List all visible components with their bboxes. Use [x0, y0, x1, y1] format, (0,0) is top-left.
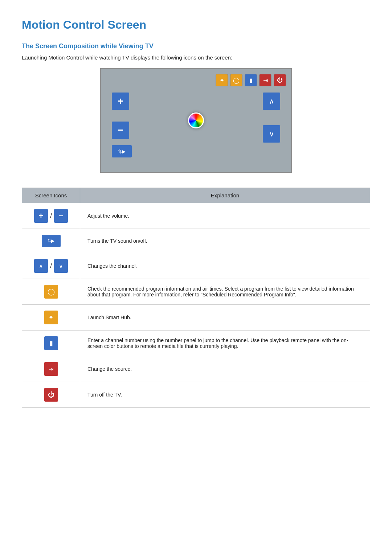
explanation-cell-channel: Changes the channel.	[80, 253, 370, 279]
table-row: ⇅▶ Turns the TV sound on/off.	[22, 229, 370, 253]
table-row: ⇥ Change the source.	[22, 356, 370, 382]
ch-down-icon-tv: ∨	[263, 125, 280, 143]
icon-cell-vol: + / −	[22, 203, 80, 229]
mute-icon-tv: ⇅▶	[112, 145, 132, 157]
icon-cell-source: ⇥	[22, 356, 80, 382]
icon-cell-power: ⏻	[22, 382, 80, 408]
table-row: ▮ Enter a channel number using the numbe…	[22, 331, 370, 356]
mute-icon: ⇅▶	[42, 235, 61, 247]
section-heading: The Screen Composition while Viewing TV	[22, 42, 370, 50]
intro-text: Launching Motion Control while watching …	[22, 54, 370, 61]
vol-plus-icon: +	[34, 209, 48, 223]
vol-minus-icon: −	[54, 209, 68, 223]
table-row: + / − Adjust the volume.	[22, 203, 370, 229]
table-header-row: Screen Icons Explanation	[22, 188, 370, 203]
smarthub-icon-tv: ✦	[216, 74, 228, 86]
explanation-cell-keypad: Enter a channel number using the number …	[80, 331, 370, 356]
table-row: ✦ Launch Smart Hub.	[22, 305, 370, 331]
icon-cell-channel: ∧ / ∨	[22, 253, 80, 279]
table-row: ◯ Check the recommended program informat…	[22, 279, 370, 305]
keypad-icon-tv: ▮	[245, 74, 257, 86]
table-row: ∧ / ∨ Changes the channel.	[22, 253, 370, 279]
smarthub-icon: ✦	[44, 311, 58, 324]
explanation-cell-smarthub: Launch Smart Hub.	[80, 305, 370, 331]
tv-top-icons: ✦ ◯ ▮ ⇥ ⏻	[216, 74, 286, 86]
ch-up-icon: ∧	[34, 259, 48, 273]
tv-screen-mockup: ✦ ◯ ▮ ⇥ ⏻ + − ⇅▶ ∧ ∨	[100, 68, 292, 173]
ch-down-icon: ∨	[54, 259, 68, 273]
explanation-cell-mute: Turns the TV sound on/off.	[80, 229, 370, 253]
table-row: ⏻ Turn off the TV.	[22, 382, 370, 408]
col-header-icons: Screen Icons	[22, 188, 80, 203]
page-title: Motion Control Screen	[22, 18, 370, 32]
source-icon-tv: ⇥	[259, 74, 271, 86]
power-icon: ⏻	[44, 388, 58, 402]
vol-plus-icon-tv: +	[112, 93, 129, 110]
explanation-cell-recommended: Check the recommended program informatio…	[80, 279, 370, 305]
explanation-cell-power: Turn off the TV.	[80, 382, 370, 408]
icon-cell-smarthub: ✦	[22, 305, 80, 331]
separator: /	[50, 212, 52, 220]
recommended-icon-tv: ◯	[230, 74, 242, 86]
explanation-cell-vol: Adjust the volume.	[80, 203, 370, 229]
icon-cell-recommended: ◯	[22, 279, 80, 305]
ch-up-icon-tv: ∧	[263, 93, 280, 110]
icon-cell-keypad: ▮	[22, 331, 80, 356]
channel-icons: ∧ / ∨	[34, 259, 68, 273]
vol-minus-icon-tv: −	[112, 122, 129, 139]
motion-cursor	[188, 112, 204, 128]
icon-cell-mute: ⇅▶	[22, 229, 80, 253]
vol-icons: + / −	[34, 209, 68, 223]
icons-table: Screen Icons Explanation + / − Adjust th…	[22, 188, 370, 408]
separator: /	[50, 262, 52, 270]
power-icon-tv: ⏻	[274, 74, 286, 86]
recommended-icon: ◯	[44, 285, 58, 299]
explanation-cell-source: Change the source.	[80, 356, 370, 382]
keypad-icon: ▮	[44, 336, 58, 350]
col-header-explanation: Explanation	[80, 188, 370, 203]
source-icon: ⇥	[44, 362, 58, 376]
